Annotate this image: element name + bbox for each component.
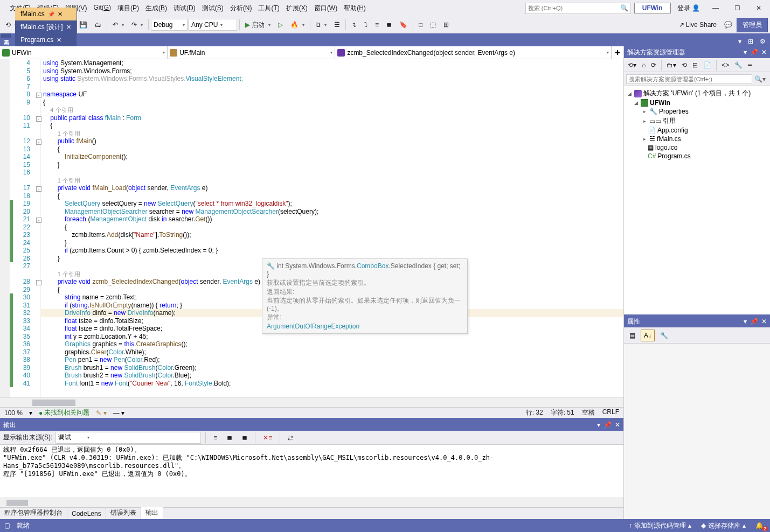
insert-mode[interactable]: 空格 [582,408,595,417]
document-tab[interactable]: fMain.cs📌✕ [15,8,77,20]
props-dropdown-icon[interactable]: ▾ [744,318,747,325]
maximize-button[interactable]: ☐ [728,1,746,15]
se-home-icon[interactable]: ⌂ [640,60,647,70]
global-search[interactable]: 🔍 [525,3,631,14]
bookmark-button[interactable]: 🔖 [396,19,411,31]
nav-member-combo[interactable]: zcmb_SelectedIndexChanged(object sender,… [335,46,612,59]
start-without-debug-button[interactable]: ▷ [275,19,286,31]
tree-node-properties[interactable]: ▸🔧 Properties [625,107,769,116]
uncomment-button[interactable]: ≣ [383,19,395,31]
output-text[interactable]: 线程 0x2f664 已退出，返回值为 0 (0x0)。 "UFWin.exe"… [0,445,623,498]
output-tab[interactable]: CodeLens [67,508,106,519]
toolbox-tab[interactable]: 工具箱 [1,33,11,38]
code-text-area[interactable]: using System.Management;using System.Win… [41,59,623,397]
se-sync-icon[interactable]: ⟳ [649,60,658,70]
menu-item[interactable]: 帮助(H) [341,2,369,15]
feedback-button[interactable]: 💬 [721,19,736,31]
editor-h-scrollbar[interactable] [0,397,623,407]
brush-icon[interactable]: ✎ ▾ [96,409,106,417]
comment-button[interactable]: ≡ [372,19,382,31]
menu-item[interactable]: 项目(P) [114,2,142,15]
tab-settings-button[interactable]: ⚙ [758,37,768,46]
panel-close-icon[interactable]: ✕ [615,421,620,429]
menu-item[interactable]: 生成(B) [142,2,170,15]
output-find-button[interactable]: ≡ [210,432,220,444]
se-dropdown-icon[interactable]: ▾ [744,48,747,56]
menu-item[interactable]: 调试(D) [170,2,199,15]
zoom-level[interactable]: 100 % [4,409,23,417]
se-collapse-icon[interactable]: ⊟ [691,60,699,70]
tool-button-1[interactable]: ☰ [331,19,343,31]
menu-item[interactable]: 工具(T) [255,2,282,15]
document-tab[interactable]: Program.cs✕ [15,33,77,46]
props-events-button[interactable]: 🔧 [657,330,671,341]
tab-overflow-button[interactable]: ⊞ [746,37,755,46]
hot-reload-button[interactable]: 🔥▾ [287,19,308,31]
output-tab[interactable]: 输出 [141,506,163,519]
undo-button[interactable]: ↶▾ [109,19,127,31]
issues-indicator[interactable]: ● 未找到相关问题 [39,408,89,417]
menu-item[interactable]: 扩展(X) [283,2,311,15]
output-panel-header[interactable]: 输出 ▾ 📌 ✕ [0,419,623,431]
document-tab[interactable]: fMain.cs [设计]✕ [15,20,77,33]
props-categorized-button[interactable]: ▤ [626,330,639,341]
zoom-chevron-icon[interactable]: ▾ [29,409,32,417]
solution-explorer-header[interactable]: 解决方案资源管理器 ▾ 📌 ✕ [624,46,770,58]
menu-item[interactable]: Git(G) [90,2,114,15]
se-tool-icon[interactable]: 🗀▾ [665,60,678,70]
line-ending[interactable]: CRLF [602,408,619,417]
global-search-input[interactable] [528,5,620,11]
output-tab[interactable]: 程序包管理器控制台 [0,507,67,519]
menu-item[interactable]: 分析(N) [227,2,255,15]
platform-combo[interactable]: Any CPU▾ [189,19,237,31]
pin-icon[interactable]: 📌 [48,11,54,17]
close-tab-icon[interactable]: ✕ [66,24,71,31]
output-h-scrollbar[interactable] [0,498,623,507]
save-button[interactable]: 💾 [76,19,91,31]
close-button[interactable]: ✕ [750,1,768,15]
props-close-icon[interactable]: ✕ [761,318,767,325]
tree-project[interactable]: ◢ UFWin [625,99,769,107]
tree-solution-root[interactable]: ◢ 解决方案 'UFWin' (1 个项目，共 1 个) [625,88,769,99]
publish-button[interactable]: ⧉▾ [313,19,330,31]
se-back-icon[interactable]: ⟲▾ [626,60,638,70]
se-properties-icon[interactable]: 🔧 [733,60,744,70]
login-link[interactable]: 登录 👤 [674,3,703,14]
tree-node-program[interactable]: C# Program.cs [625,152,769,160]
toggle-button-1[interactable]: □ [415,19,426,31]
toggle-button-2[interactable]: ⬚ [427,19,439,31]
properties-panel-header[interactable]: 属性 ▾ 📌 ✕ [624,316,770,327]
status-source-control[interactable]: ↑ 添加到源代码管理 ▴ [627,520,693,531]
output-toggle-button[interactable]: ⇄ [285,432,296,444]
live-share-button[interactable]: ↗ Live Share [676,19,720,31]
output-source-combo[interactable]: 调试▾ [56,432,201,444]
toggle-button-3[interactable]: ⊞ [440,19,452,31]
se-search-input[interactable] [626,74,752,84]
menu-item[interactable]: 窗口(W) [311,2,341,15]
output-wrap-button[interactable]: ✕≡ [260,432,275,444]
fold-margin[interactable]: ------ [33,59,41,397]
se-pin-icon[interactable]: 📌 [750,48,758,56]
save-all-button[interactable]: 🗂 [92,19,105,31]
start-debug-button[interactable]: ▶ 启动▾ [242,18,274,32]
step-into-button[interactable]: ↴ [348,19,360,31]
menu-item[interactable]: 测试(S) [199,2,227,15]
panel-pin-icon[interactable]: 📌 [603,421,612,429]
tabs-dropdown-button[interactable]: ▾ [736,37,744,46]
close-tab-icon[interactable]: ✕ [58,11,63,18]
output-goto-button[interactable]: ≣ [224,432,235,444]
props-pin-icon[interactable]: 📌 [750,318,758,325]
se-search-icon[interactable]: 🔍▾ [752,75,768,83]
minimize-button[interactable]: — [706,1,725,15]
code-editor[interactable]: 4567891011121314151617181920212223242526… [0,59,623,397]
output-tab[interactable]: 错误列表 [106,507,141,519]
props-alpha-button[interactable]: A↓ [641,330,655,341]
status-repo-select[interactable]: ◆ 选择存储库 ▴ [699,520,748,531]
se-showall-icon[interactable]: 📄 [702,60,713,70]
tree-node-references[interactable]: ▸▭▭ 引用 [625,116,769,126]
se-view-icon[interactable]: <> [720,60,731,70]
output-clear-button[interactable]: ≣ [239,432,251,444]
status-notifications[interactable]: 🔔2 [753,521,766,530]
tree-node-logo[interactable]: ▦ logo.ico [625,143,769,152]
nav-project-combo[interactable]: UFWin▾ [0,46,168,59]
